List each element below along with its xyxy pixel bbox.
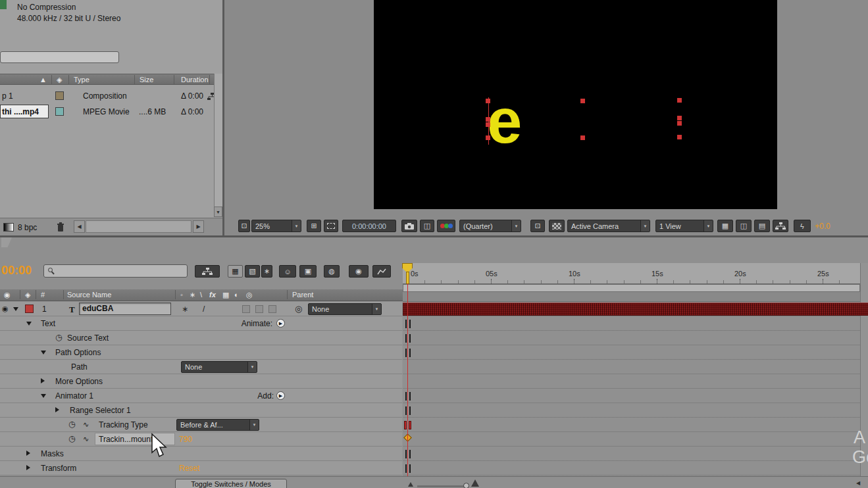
frame-blend-button[interactable]: ▣: [299, 265, 317, 278]
property-group-range-selector[interactable]: Range Selector 1: [0, 403, 402, 418]
fast-previews-icon[interactable]: ϟ: [794, 220, 811, 232]
project-search-input[interactable]: [0, 51, 119, 63]
switch-box[interactable]: [242, 305, 250, 313]
mini-flowchart-button[interactable]: [195, 265, 220, 278]
layer-expand-triangle[interactable]: [13, 307, 18, 311]
switch-box[interactable]: [268, 305, 276, 313]
project-vertical-scrollbar[interactable]: [214, 74, 222, 217]
zoom-out-mountain-icon[interactable]: [408, 482, 413, 487]
draft-3d-button[interactable]: ▧: [245, 265, 260, 278]
layer-row[interactable]: ◉ 1 T eduCBA ∗ / ◎ None▼: [0, 302, 402, 316]
layer-name-field[interactable]: eduCBA: [79, 303, 171, 315]
property-group-more-options[interactable]: More Options: [0, 374, 402, 389]
add-menu-button[interactable]: ▶: [276, 391, 285, 400]
parent-pickwhip-icon[interactable]: ◎: [295, 304, 302, 314]
panel-splitter-horizontal[interactable]: [0, 235, 868, 237]
scrollbar-down-arrow[interactable]: ▼: [214, 207, 222, 217]
view-layout-dropdown[interactable]: 1 View▼: [655, 220, 713, 232]
selector-handle[interactable]: [486, 135, 490, 140]
column-duration[interactable]: Duration: [181, 76, 209, 84]
stopwatch-icon[interactable]: ◷: [68, 434, 75, 443]
item-color-swatch[interactable]: [55, 107, 64, 116]
zoom-dropdown[interactable]: 25%▼: [251, 220, 301, 232]
project-item-composition[interactable]: p 1 Composition Δ 0:00: [0, 88, 214, 104]
selector-handle[interactable]: [580, 99, 585, 103]
work-area-bar[interactable]: [403, 284, 860, 292]
graph-icon[interactable]: ∿: [83, 420, 89, 429]
animate-menu-button[interactable]: ▶: [276, 319, 285, 328]
selector-handle[interactable]: [677, 116, 682, 120]
quality-switch-icon[interactable]: /: [203, 305, 205, 314]
selector-handle[interactable]: [486, 99, 490, 103]
layer-duration-bar[interactable]: [403, 303, 868, 316]
switch-box[interactable]: [255, 305, 263, 313]
column-type[interactable]: Type: [74, 76, 89, 84]
expand-triangle[interactable]: [41, 351, 46, 354]
target-region-icon[interactable]: ⊡: [530, 220, 545, 232]
grid-icon[interactable]: ▦: [717, 220, 733, 232]
playhead-line[interactable]: [407, 283, 408, 477]
grid-guides-icon[interactable]: ⊞: [307, 220, 321, 232]
column-source-name[interactable]: Source Name: [67, 291, 111, 299]
timeline-zoom-slider-track[interactable]: [417, 485, 469, 487]
property-tracking-type[interactable]: ◷ ∿ Tracking Type Before & Af...▼: [0, 418, 402, 432]
shy-layers-button[interactable]: ☺: [279, 265, 296, 278]
magnification-icon[interactable]: ⊡: [238, 220, 250, 232]
selector-handle[interactable]: [486, 122, 490, 127]
column-number[interactable]: #: [41, 291, 45, 299]
region-of-interest-icon[interactable]: [324, 220, 338, 232]
show-snapshot-icon[interactable]: ◫: [420, 220, 434, 232]
property-label[interactable]: Trackin...mount: [99, 435, 153, 444]
collapsed-triangle[interactable]: [26, 451, 30, 456]
selector-handle[interactable]: [677, 121, 682, 126]
timeline-tab-notch[interactable]: [1, 237, 12, 247]
pixel-aspect-icon[interactable]: ◫: [736, 220, 752, 232]
selector-handle[interactable]: [677, 98, 682, 103]
camera-view-dropdown[interactable]: Active Camera▼: [567, 220, 650, 232]
snapshot-camera-icon[interactable]: [401, 220, 417, 232]
hscroll-thumb[interactable]: [86, 220, 191, 233]
brainstorm-button[interactable]: ∗: [261, 265, 272, 278]
tracking-amount-value[interactable]: 790: [179, 435, 192, 444]
layer-color-swatch[interactable]: [25, 305, 34, 313]
effects-switch-icon[interactable]: ∗: [182, 305, 188, 314]
auto-keyframe-button[interactable]: ◉: [349, 265, 369, 278]
expand-triangle[interactable]: [26, 322, 32, 326]
property-group-animator[interactable]: Animator 1 Add: ▶: [0, 389, 402, 403]
hold-keyframe-bar[interactable]: [409, 421, 411, 429]
motion-blur-button[interactable]: ◍: [324, 265, 340, 278]
timeline-zoom-slider-handle[interactable]: [463, 483, 469, 488]
time-ruler[interactable]: 0s 05s 10s 15s 20s 25s: [403, 263, 860, 284]
property-group-masks[interactable]: Masks: [0, 447, 402, 461]
zoom-in-mountain-icon[interactable]: [471, 479, 479, 487]
property-group-text[interactable]: Text Animate: ▶: [0, 316, 402, 331]
hscroll-left-arrow[interactable]: ◀: [74, 220, 85, 233]
path-dropdown[interactable]: None▼: [181, 361, 257, 373]
transform-reset-link[interactable]: Reset: [179, 464, 199, 473]
selector-handle[interactable]: [677, 135, 682, 139]
trash-icon[interactable]: [57, 222, 64, 232]
stopwatch-icon[interactable]: ◷: [55, 333, 62, 342]
selector-handle[interactable]: [580, 135, 585, 140]
eye-icon[interactable]: ◉: [2, 305, 9, 313]
toggle-switches-modes-button[interactable]: Toggle Switches / Modes: [175, 479, 287, 488]
viewer-timecode[interactable]: 0:00:00:00: [342, 220, 396, 232]
show-channels-icon[interactable]: [437, 220, 455, 232]
column-size[interactable]: Size: [140, 76, 153, 84]
color-depth-label[interactable]: 8 bpc: [18, 223, 37, 232]
color-depth-icon[interactable]: [3, 223, 14, 232]
composition-viewport[interactable]: [374, 0, 777, 209]
hold-keyframe-bar[interactable]: [404, 421, 407, 429]
timeline-view-icon[interactable]: ▤: [754, 220, 770, 232]
property-group-transform[interactable]: Transform Reset: [0, 461, 402, 476]
playhead-stem[interactable]: [406, 272, 409, 284]
property-tracking-amount[interactable]: ◷ ∿ Trackin...mount 790: [0, 432, 402, 447]
resolution-dropdown[interactable]: (Quarter)▼: [459, 220, 521, 232]
collapsed-triangle[interactable]: [26, 465, 30, 470]
timeline-search-input[interactable]: [43, 264, 188, 278]
collapsed-triangle[interactable]: [41, 378, 45, 383]
hscroll-right-arrow[interactable]: ▶: [193, 220, 204, 233]
property-group-path-options[interactable]: Path Options: [0, 345, 402, 360]
item-color-swatch[interactable]: [55, 91, 64, 100]
property-source-text[interactable]: ◷ Source Text: [0, 331, 402, 345]
